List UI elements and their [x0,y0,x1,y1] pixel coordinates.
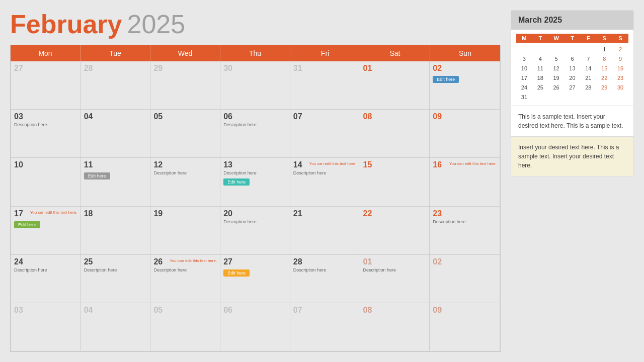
cal-header-cell: Sat [360,45,430,61]
day-number: 16 [433,160,442,169]
day-number: 03 [14,306,23,315]
day-number: 28 [293,257,302,266]
day-row-top: 17You can edit this text here. [14,209,77,219]
mini-cal-day: 18 [532,73,548,82]
mini-calendar: March 2025 MTWTFSS 123456789101112131415… [511,10,634,106]
mini-cal-row: 12 [516,45,628,54]
cal-cell: 02Edit here [430,61,500,109]
cal-cell: 01 [360,61,430,109]
mini-cal-row: 17181920212223 [516,73,628,82]
day-number: 05 [153,112,163,121]
mini-cal-day: 27 [565,83,581,92]
day-number: 31 [293,64,302,73]
day-row-top: 07 [293,112,357,122]
cell-description: Description here [293,267,357,274]
day-row-top: 22 [363,209,427,219]
cell-description: Description here [223,170,287,176]
cal-cell: 05 [150,303,220,351]
cal-cell: 18 [81,207,151,254]
cal-cell: 22 [360,207,430,254]
title-month: February [10,10,122,39]
cal-cell: 14You can edit this text here.Descriptio… [290,158,360,206]
day-number: 01 [363,64,372,73]
day-number: 23 [433,209,442,218]
day-number: 29 [153,64,163,73]
day-row-top: 07 [293,306,357,316]
mini-cal-day: 11 [532,64,548,73]
day-row-top: 03 [14,112,77,122]
cal-cell: 06Description here [220,110,290,157]
mini-cal-day [548,45,565,54]
mini-cal-day: 9 [612,54,628,63]
cell-description: Description here [14,122,77,128]
edit-badge[interactable]: Edit here [223,269,250,277]
mini-cal-day-header: S [596,34,612,43]
day-row-top: 01 [363,64,427,74]
day-row-top: 26You can edit this text here. [153,257,217,267]
day-row-top: 29 [153,64,217,74]
day-number: 26 [153,257,163,266]
day-number: 03 [14,112,23,121]
cal-cell: 19 [150,207,220,254]
cal-cell: 28Description here [290,255,360,303]
mini-cal-day-header: W [548,34,565,43]
cal-cell: 04 [81,303,151,351]
day-number: 11 [84,160,93,169]
cell-description: Description here [363,267,427,274]
mini-cal-day [565,45,581,54]
mini-cal-body: 1234567891011121314151617181920212223242… [516,45,628,102]
mini-cal-day: 12 [548,64,565,73]
cal-cell: 06 [220,303,290,351]
day-row-top: 09 [433,306,497,316]
edit-note: You can edit this text here. [170,258,217,263]
day-row-top: 06 [223,112,287,122]
sidebar-text1: This is a sample text. Insert your desir… [511,106,634,137]
mini-cal-day: 26 [548,83,565,92]
day-row-top: 06 [223,306,287,316]
edit-badge[interactable]: Edit here [14,221,40,228]
day-number: 27 [223,257,232,266]
cal-cell: 13Description hereEdit here [220,158,290,206]
day-row-top: 28 [84,64,147,74]
cal-cell: 24Description here [11,255,81,303]
day-row-top: 31 [293,64,357,74]
mini-cal-day: 29 [596,83,612,92]
mini-cal-row: 24252627282930 [516,83,628,92]
day-number: 12 [153,160,163,169]
cell-description: Description here [223,122,287,128]
day-number: 27 [14,64,23,73]
mini-cal-day: 5 [548,54,565,63]
cal-cell: 12Description here [150,158,220,206]
day-number: 14 [293,160,302,169]
day-row-top: 05 [153,112,217,122]
edit-badge[interactable]: Edit here [433,76,459,83]
day-row-top: 25 [84,257,147,267]
cal-row: 24Description here25Description here26Yo… [11,255,500,303]
mini-cal-day-header: T [565,34,581,43]
day-number: 06 [223,306,232,315]
mini-cal-day: 13 [565,64,581,73]
cal-header-cell: Wed [150,45,220,61]
day-number: 07 [293,112,302,121]
cal-header-cell: Tue [80,45,150,61]
day-number: 13 [223,160,232,169]
edit-badge[interactable]: Edit here [223,178,250,186]
day-row-top: 24 [14,257,77,267]
mini-cal-day: 4 [532,54,548,63]
day-number: 17 [14,209,23,218]
day-row-top: 05 [153,306,217,316]
mini-cal-day: 22 [596,73,612,82]
day-number: 19 [153,209,163,218]
cal-row: 17You can edit this text here.Edit here1… [11,207,500,255]
cell-description: Description here [153,170,217,176]
mini-cal-day [516,45,532,54]
day-number: 18 [84,209,93,218]
day-row-top: 19 [153,209,217,219]
day-number: 09 [433,112,442,121]
sidebar: March 2025 MTWTFSS 123456789101112131415… [511,10,634,352]
day-row-top: 18 [84,209,147,219]
mini-cal-day [612,93,628,102]
edit-badge[interactable]: Edit here [84,172,110,179]
day-row-top: 30 [223,64,287,74]
cell-description: Description here [153,267,217,274]
